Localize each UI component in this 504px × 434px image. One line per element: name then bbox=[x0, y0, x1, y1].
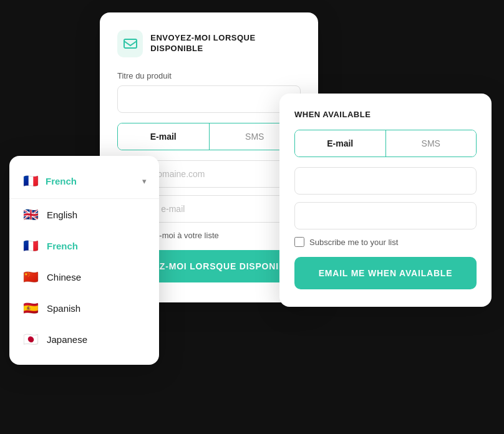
english-tab-email[interactable]: E-mail bbox=[295, 130, 386, 157]
email-icon bbox=[123, 36, 138, 51]
english-card-title-partial: WHEN AVAILABLE bbox=[294, 110, 371, 119]
product-select[interactable] bbox=[117, 85, 301, 113]
lang-item-japanese[interactable]: 🇯🇵 Japanese bbox=[9, 324, 159, 355]
lang-label-english: English bbox=[47, 210, 77, 220]
email-icon-box bbox=[117, 30, 143, 57]
lang-item-english[interactable]: 🇬🇧 English bbox=[9, 199, 159, 230]
product-label: Titre du produit bbox=[117, 71, 301, 80]
flag-french: 🇫🇷 bbox=[22, 237, 39, 254]
french-card-title: ENVOYEZ-MOI LORSQUE DISPONIBLE bbox=[150, 33, 301, 54]
lang-label-chinese: Chinese bbox=[47, 272, 81, 282]
lang-label-french: French bbox=[47, 241, 78, 251]
notification-tabs: E-mail SMS bbox=[117, 123, 301, 150]
lang-item-french[interactable]: 🇫🇷 French bbox=[9, 230, 159, 261]
svg-rect-0 bbox=[124, 39, 137, 48]
chevron-down-icon: ▾ bbox=[142, 176, 147, 186]
english-submit-button[interactable]: EMAIL ME WHEN AVAILABLE bbox=[294, 257, 477, 289]
language-selector-card: 🇫🇷 French ▾ 🇬🇧 English 🇫🇷 French 🇨🇳 Chin… bbox=[9, 156, 159, 365]
selected-flag: 🇫🇷 bbox=[22, 172, 39, 190]
english-subscribe-label: Subscribe me to your list bbox=[309, 238, 398, 247]
english-email-input[interactable] bbox=[294, 202, 477, 229]
selected-language-label: French bbox=[46, 176, 77, 186]
flag-spanish: 🇪🇸 bbox=[22, 299, 39, 317]
english-subscribe-row: Subscribe me to your list bbox=[294, 237, 477, 247]
flag-chinese: 🇨🇳 bbox=[22, 268, 39, 286]
english-partial-header: WHEN AVAILABLE bbox=[294, 109, 477, 120]
english-name-input[interactable] bbox=[294, 167, 477, 195]
french-card-header: ENVOYEZ-MOI LORSQUE DISPONIBLE bbox=[117, 30, 301, 57]
lang-item-chinese[interactable]: 🇨🇳 Chinese bbox=[9, 261, 159, 292]
lang-label-spanish: Spanish bbox=[47, 303, 80, 314]
english-tab-sms[interactable]: SMS bbox=[386, 130, 477, 157]
english-subscribe-checkbox[interactable] bbox=[294, 237, 304, 247]
english-notification-tabs: E-mail SMS bbox=[294, 130, 477, 157]
lang-label-japanese: Japanese bbox=[47, 334, 87, 345]
english-form-card: WHEN AVAILABLE E-mail SMS Subscribe me t… bbox=[279, 94, 492, 307]
flag-english: 🇬🇧 bbox=[22, 206, 39, 223]
lang-item-spanish[interactable]: 🇪🇸 Spanish bbox=[9, 292, 159, 324]
lang-selector-header[interactable]: 🇫🇷 French ▾ bbox=[9, 166, 159, 199]
tab-email[interactable]: E-mail bbox=[118, 123, 210, 150]
flag-japanese: 🇯🇵 bbox=[22, 330, 39, 348]
